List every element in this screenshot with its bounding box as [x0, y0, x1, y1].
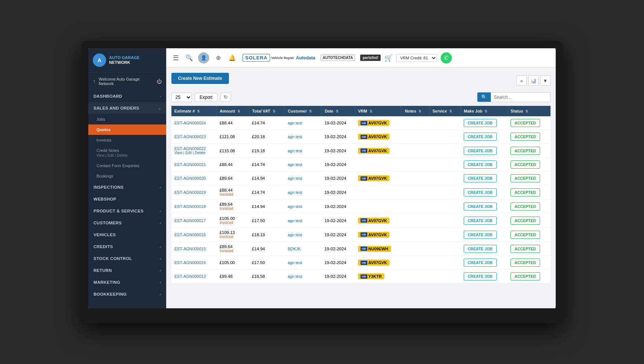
- cell-status: ACCEPTED: [507, 158, 550, 172]
- status-badge: ACCEPTED: [510, 174, 540, 182]
- estimate-link[interactable]: EST-AGN000013: [174, 274, 206, 279]
- cell-vrm: GBAV07GVK: [355, 214, 402, 228]
- customer-link[interactable]: agn test: [288, 260, 302, 265]
- back-button[interactable]: «: [516, 75, 527, 86]
- whatsapp-icon[interactable]: ✆: [441, 52, 452, 64]
- create-job-button[interactable]: CREATE JOB: [464, 202, 497, 211]
- chart-button[interactable]: 📊: [528, 75, 539, 86]
- search-input[interactable]: [491, 93, 550, 102]
- view-link[interactable]: View: [174, 151, 183, 155]
- col-amount: Amount ⇅: [217, 106, 249, 116]
- hamburger-button[interactable]: ☰: [171, 52, 180, 64]
- cell-status: ACCEPTED: [507, 185, 550, 199]
- customer-link[interactable]: agn test: [288, 218, 302, 223]
- cell-estimate-id: EST-AGN000021: [171, 158, 217, 172]
- sidebar-item-stock-control[interactable]: STOCK CONTROL ›: [88, 253, 166, 264]
- customer-link[interactable]: agn test: [288, 274, 302, 279]
- create-job-button[interactable]: CREATE JOB: [464, 245, 497, 253]
- create-job-button[interactable]: CREATE JOB: [464, 160, 497, 169]
- sidebar-sub-credit-notes[interactable]: Credit Notes View | Edit | Delete: [88, 145, 166, 160]
- estimate-link[interactable]: EST-AGN000022: [174, 146, 206, 151]
- customer-link[interactable]: agn test: [288, 204, 302, 209]
- sidebar-sub-invoices[interactable]: Invoices: [88, 135, 166, 145]
- table-row: EST-AGN000019£88.44Invoiced£14.74agn tes…: [171, 185, 551, 199]
- sidebar-sub-bookings[interactable]: Bookings: [88, 171, 166, 181]
- create-job-button[interactable]: CREATE JOB: [464, 133, 497, 141]
- sidebar-sub-contact-form[interactable]: Contact Form Enquiries: [88, 160, 166, 171]
- estimate-link[interactable]: EST-AGN000019: [174, 190, 206, 195]
- cell-estimate-id: EST-AGN000024: [171, 116, 217, 130]
- estimate-link[interactable]: EST-AGN000023: [174, 134, 206, 139]
- estimate-link[interactable]: EST-AGN000021: [174, 162, 206, 167]
- sidebar-item-product-services[interactable]: PRODUCT & SERVICES ›: [88, 205, 166, 217]
- cart-icon[interactable]: 🛒: [384, 54, 392, 62]
- cell-service: [429, 242, 461, 256]
- vrm-credit-select[interactable]: VRM Credit: 81: [396, 54, 437, 62]
- col-status: Status ⇅: [507, 106, 550, 116]
- refresh-button[interactable]: ↻: [220, 92, 231, 102]
- sidebar-item-customers[interactable]: CUSTOMERS ›: [88, 217, 166, 229]
- user-avatar[interactable]: 👤: [198, 52, 209, 64]
- create-job-button[interactable]: CREATE JOB: [464, 259, 497, 267]
- create-job-button[interactable]: CREATE JOB: [464, 188, 497, 196]
- table-row: EST-AGN000022View | Edit | Delete£115.08…: [171, 144, 551, 158]
- edit-link[interactable]: Edit: [185, 151, 192, 155]
- estimate-link[interactable]: EST-AGN000020: [174, 176, 206, 181]
- search-submit-button[interactable]: 🔍: [477, 92, 491, 102]
- estimate-link[interactable]: EST-AGN000017: [174, 218, 206, 223]
- estimate-link[interactable]: EST-AGN000024: [174, 121, 206, 125]
- cell-estimate-id: EST-AGN000022View | Edit | Delete: [171, 144, 217, 158]
- bell-icon[interactable]: 🔔: [227, 53, 237, 63]
- filter-button[interactable]: ▼: [540, 75, 551, 86]
- sidebar-item-credits[interactable]: CREDITS ›: [88, 241, 166, 253]
- customer-link[interactable]: agn test: [288, 134, 302, 139]
- customer-link[interactable]: agn test: [288, 149, 302, 153]
- sidebar-sub-jobs[interactable]: Jobs: [88, 114, 166, 124]
- export-button[interactable]: Export: [195, 93, 217, 102]
- customer-link[interactable]: agn test: [288, 162, 302, 167]
- cell-service: [429, 214, 461, 228]
- cell-notes: [402, 242, 429, 256]
- create-estimate-button[interactable]: Create New Estimate: [171, 73, 229, 84]
- delete-link[interactable]: Delete: [195, 151, 206, 155]
- sidebar-item-marketing[interactable]: MARKETING ›: [88, 276, 166, 288]
- laptop-frame: A AUTO GARAGENETWORK ↑ Welcome Auto Gara…: [81, 41, 563, 323]
- cell-make-job: CREATE JOB: [461, 242, 507, 256]
- sidebar-item-return[interactable]: RETURN ›: [88, 264, 166, 276]
- estimate-link[interactable]: EST-AGN000015: [174, 247, 206, 251]
- sidebar-item-vehicles[interactable]: VEHICLES: [88, 229, 166, 241]
- customer-link[interactable]: BDKJK: [288, 247, 300, 251]
- vrm-gb-flag: GB: [361, 233, 367, 237]
- cell-notes: [402, 130, 429, 144]
- estimate-link[interactable]: EST-AGN000018: [174, 204, 206, 209]
- invoiced-label: Invoiced: [220, 249, 246, 253]
- per-page-select[interactable]: 25 50 100: [171, 92, 192, 102]
- cell-notes: [402, 214, 429, 228]
- cell-customer: agn test: [285, 199, 321, 214]
- customer-link[interactable]: agn test: [288, 233, 302, 237]
- sidebar-sub-quotes[interactable]: Quotes: [88, 124, 166, 135]
- cell-vat: £14.74: [249, 158, 285, 172]
- sidebar-item-webshop[interactable]: WEBSHOP: [88, 193, 166, 205]
- parts-logo: partsfin//: [360, 55, 380, 61]
- sidebar-item-inspections[interactable]: INSPECTIONS ›: [88, 181, 166, 193]
- create-job-button[interactable]: CREATE JOB: [464, 147, 497, 155]
- vrm-badge: GBY3KTR: [358, 273, 384, 279]
- sidebar-item-sales-orders[interactable]: SALES AND ORDERS ⌄: [88, 102, 166, 114]
- sidebar-item-dashboard[interactable]: DASHBOARD ›: [88, 90, 166, 102]
- create-job-button[interactable]: CREATE JOB: [464, 231, 497, 239]
- customer-link[interactable]: agn test: [288, 176, 302, 181]
- estimate-link[interactable]: EST-AGN000016: [174, 233, 206, 237]
- estimate-link[interactable]: EST-AGN000014: [174, 260, 206, 265]
- customer-link[interactable]: agn test: [288, 121, 302, 125]
- search-icon[interactable]: 🔍: [184, 53, 194, 63]
- create-job-button[interactable]: CREATE JOB: [464, 174, 497, 182]
- create-job-button[interactable]: CREATE JOB: [464, 217, 497, 225]
- create-job-button[interactable]: CREATE JOB: [464, 272, 497, 280]
- power-icon[interactable]: ⏻: [157, 78, 162, 84]
- add-icon[interactable]: ⊕: [213, 53, 223, 63]
- cell-service: [429, 270, 461, 283]
- create-job-button[interactable]: CREATE JOB: [464, 119, 497, 127]
- sidebar-item-bookkeeping[interactable]: BOOKKEEPING ›: [88, 288, 166, 300]
- customer-link[interactable]: agn test: [288, 190, 302, 195]
